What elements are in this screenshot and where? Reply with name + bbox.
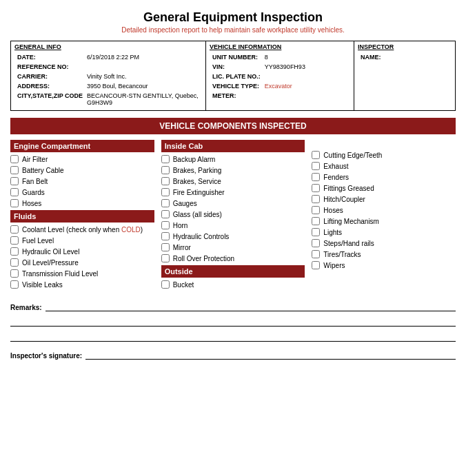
lights-checkbox[interactable] xyxy=(312,228,320,236)
right-column: Cutting Edge/Teeth Exhaust Fenders Fitti… xyxy=(308,140,456,291)
middle-column: Inside Cab Backup Alarm Brakes, Parking … xyxy=(158,140,309,291)
remarks-label: Remarks: xyxy=(10,304,42,311)
list-item: Hydraulic Oil Level xyxy=(10,247,154,256)
signature-label: Inspector's signature: xyxy=(10,352,82,360)
list-item: Cutting Edge/Teeth xyxy=(312,151,456,159)
vehicle-info-section: VEHICLE INFORMATION UNIT NUMBER:8 VIN:YY… xyxy=(206,41,354,110)
list-item: Hitch/Coupler xyxy=(312,195,456,203)
inspector-table: NAME: xyxy=(358,52,440,63)
inspector-title: INSPECTOR xyxy=(358,43,452,50)
list-item: Visible Leaks xyxy=(10,280,154,289)
general-info-table: DATE:6/19/2018 2:22 PM REFERENCE NO: CAR… xyxy=(14,52,201,108)
fittings-greased-checkbox[interactable] xyxy=(312,184,320,192)
outside-header: Outside xyxy=(161,265,305,278)
engine-compartment-header: Engine Compartment xyxy=(10,140,154,152)
vehicle-info-title: VEHICLE INFORMATION xyxy=(210,43,350,50)
fuel-level-checkbox[interactable] xyxy=(10,236,19,245)
list-item: Hoses xyxy=(312,206,456,214)
remarks-blank-3 xyxy=(10,332,456,342)
exhaust-checkbox[interactable] xyxy=(312,162,320,170)
signature-underline xyxy=(85,350,456,360)
inspector-section: INSPECTOR NAME: xyxy=(354,41,455,110)
list-item: Brakes, Parking xyxy=(161,166,305,174)
bucket-checkbox[interactable] xyxy=(161,280,170,289)
remarks-blank-2 xyxy=(10,317,456,327)
components-grid: Engine Compartment Air Filter Battery Ca… xyxy=(10,140,456,291)
brakes-parking-checkbox[interactable] xyxy=(161,166,170,174)
signature-section: Inspector's signature: xyxy=(10,350,456,360)
backup-alarm-checkbox[interactable] xyxy=(161,155,170,163)
mirror-checkbox[interactable] xyxy=(161,243,170,251)
vehicle-info-table: UNIT NUMBER:8 VIN:YY98390FH93 LIC. PLATE… xyxy=(210,52,308,101)
list-item: Hydraulic Controls xyxy=(161,232,305,240)
glass-checkbox[interactable] xyxy=(161,210,170,218)
list-item: Fan Belt xyxy=(10,177,154,185)
remarks-underline-1 xyxy=(45,302,456,311)
general-info-section: GENERAL INFO DATE:6/19/2018 2:22 PM REFE… xyxy=(11,41,206,110)
list-item: Brakes, Service xyxy=(161,177,305,185)
wipers-checkbox[interactable] xyxy=(312,261,320,269)
gauges-checkbox[interactable] xyxy=(161,199,170,207)
list-item: Lifting Mechanism xyxy=(312,217,456,225)
oil-level-checkbox[interactable] xyxy=(10,258,19,267)
list-item: Hoses xyxy=(10,199,154,207)
list-item: Fire Extinguisher xyxy=(161,188,305,196)
list-item: Roll Over Protection xyxy=(161,254,305,262)
list-item: Transmission Fluid Level xyxy=(10,269,154,278)
list-item: Oil Level/Pressure xyxy=(10,258,154,267)
list-item: Bucket xyxy=(161,280,305,289)
fan-belt-checkbox[interactable] xyxy=(10,177,19,185)
inside-cab-header: Inside Cab xyxy=(161,140,305,152)
guards-checkbox[interactable] xyxy=(10,188,19,196)
list-item: Wipers xyxy=(312,261,456,269)
components-banner: VEHICLE COMPONENTS INSPECTED xyxy=(10,118,456,134)
fluids-header: Fluids xyxy=(10,210,154,223)
air-filter-checkbox[interactable] xyxy=(10,155,19,163)
list-item: Lights xyxy=(312,228,456,236)
list-item: Fuel Level xyxy=(10,236,154,245)
list-item: Fittings Greased xyxy=(312,184,456,192)
header-tables: GENERAL INFO DATE:6/19/2018 2:22 PM REFE… xyxy=(10,41,456,111)
fire-extinguisher-checkbox[interactable] xyxy=(161,188,170,196)
list-item: Air Filter xyxy=(10,155,154,163)
brakes-service-checkbox[interactable] xyxy=(161,177,170,185)
transmission-fluid-checkbox[interactable] xyxy=(10,269,19,278)
list-item: Tires/Tracks xyxy=(312,250,456,258)
general-info-title: GENERAL INFO xyxy=(14,43,202,50)
hydraulic-controls-checkbox[interactable] xyxy=(161,232,170,240)
page-subtitle: Detailed inspection report to help maint… xyxy=(10,26,456,34)
list-item: Backup Alarm xyxy=(161,155,305,163)
visible-leaks-checkbox[interactable] xyxy=(10,280,19,289)
lifting-mechanism-checkbox[interactable] xyxy=(312,217,320,225)
list-item: Glass (all sides) xyxy=(161,210,305,218)
horn-checkbox[interactable] xyxy=(161,221,170,229)
list-item: Coolant Level (check only when COLD) xyxy=(10,225,154,234)
left-column: Engine Compartment Air Filter Battery Ca… xyxy=(10,140,158,291)
list-item: Steps/Hand rails xyxy=(312,239,456,247)
hydraulic-oil-checkbox[interactable] xyxy=(10,247,19,256)
roll-over-checkbox[interactable] xyxy=(161,254,170,262)
page-title: General Equipment Inspection xyxy=(10,10,456,25)
tires-tracks-checkbox[interactable] xyxy=(312,250,320,258)
remarks-line-1: Remarks: xyxy=(10,302,456,311)
remarks-section: Remarks: xyxy=(10,302,456,342)
fenders-checkbox[interactable] xyxy=(312,173,320,181)
hoses-right-checkbox[interactable] xyxy=(312,206,320,214)
list-item: Mirror xyxy=(161,243,305,251)
hitch-coupler-checkbox[interactable] xyxy=(312,195,320,203)
list-item: Battery Cable xyxy=(10,166,154,174)
list-item: Guards xyxy=(10,188,154,196)
coolant-checkbox[interactable] xyxy=(10,225,19,234)
hoses-checkbox[interactable] xyxy=(10,199,19,207)
list-item: Fenders xyxy=(312,173,456,181)
list-item: Horn xyxy=(161,221,305,229)
steps-handrails-checkbox[interactable] xyxy=(312,239,320,247)
cutting-edge-checkbox[interactable] xyxy=(312,151,320,159)
list-item: Exhaust xyxy=(312,162,456,170)
battery-cable-checkbox[interactable] xyxy=(10,166,19,174)
list-item: Gauges xyxy=(161,199,305,207)
